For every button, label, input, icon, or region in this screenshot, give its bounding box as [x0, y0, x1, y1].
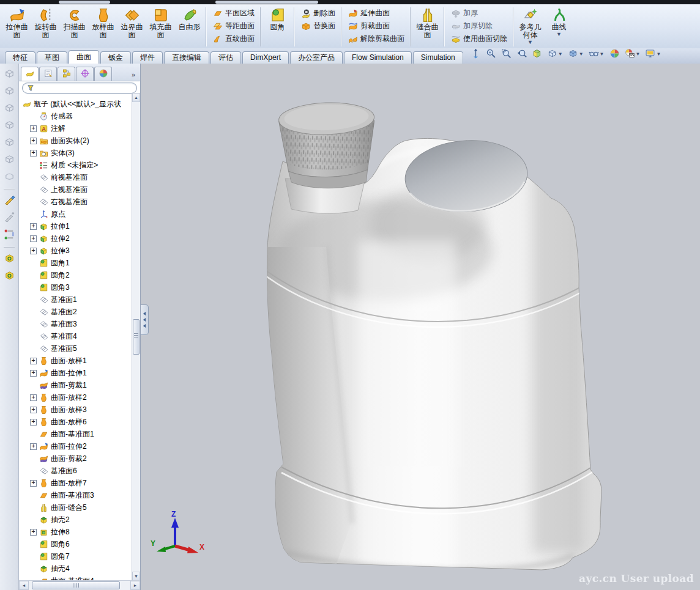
expand-toggle-icon[interactable]: +	[30, 235, 37, 242]
tree-item[interactable]: +曲面-放样6	[20, 416, 140, 428]
tree-horizontal-scrollbar[interactable]: ◄ ►	[19, 580, 140, 590]
dropdown-caret-icon[interactable]: ▼	[527, 40, 533, 45]
toolbar-button-reference-geometry[interactable]: 参考几何体▼	[516, 5, 545, 49]
expand-toggle-icon[interactable]: +	[30, 443, 37, 450]
tree-item[interactable]: +材质 <未指定>	[20, 159, 140, 171]
toolbar-button-replace-face[interactable]: 替换面	[297, 20, 338, 32]
toolbar-button-surface-loft[interactable]: 放样曲面	[89, 5, 117, 49]
expand-toggle-icon[interactable]: +	[30, 480, 37, 487]
tree-item[interactable]: +右视基准面	[20, 196, 140, 208]
tab-曲面[interactable]: 曲面	[69, 50, 99, 64]
tree-item[interactable]: +曲面-拉伸2	[20, 440, 140, 452]
tab-焊件[interactable]: 焊件	[132, 51, 163, 64]
toolbar-button-thicken[interactable]: 加厚	[447, 7, 510, 20]
view-cube-1-button[interactable]	[3, 68, 15, 81]
tree-vertical-scrollbar[interactable]: ▲ ▼	[132, 93, 140, 581]
manager-tab-dimxpert-manager[interactable]	[76, 67, 94, 81]
scroll-up-arrow[interactable]: ▲	[132, 93, 140, 102]
expand-toggle-icon[interactable]: +	[30, 407, 37, 413]
tree-item[interactable]: +曲面-缝合5	[20, 501, 140, 514]
expand-toggle-icon[interactable]: +	[30, 138, 37, 144]
tree-item[interactable]: +曲面-基准面1	[20, 428, 140, 440]
tree-item[interactable]: +传感器	[20, 110, 140, 122]
expand-toggle-icon[interactable]: +	[30, 223, 37, 230]
tree-item[interactable]: +曲面-拉伸1	[20, 367, 140, 379]
tab-Flow Simulation[interactable]: Flow Simulation	[344, 51, 412, 64]
manager-tab-feature-tree[interactable]	[21, 67, 39, 81]
view-cube-2-button[interactable]	[3, 86, 15, 98]
toolbar-button-surface-sweep[interactable]: 扫描曲面	[60, 5, 89, 49]
dropdown-caret-icon[interactable]: ▼	[558, 51, 563, 57]
dropdown-caret-icon[interactable]: ▼	[579, 51, 584, 57]
expand-toggle-icon[interactable]: +	[30, 358, 37, 364]
tree-item[interactable]: +抽壳4	[20, 562, 140, 575]
toolbar-button-freeform[interactable]: 自由形	[175, 5, 204, 49]
scroll-right-arrow[interactable]: ►	[130, 581, 140, 590]
expand-toggle-icon[interactable]: +	[30, 529, 37, 536]
dropdown-caret-icon[interactable]: ▼	[556, 32, 562, 37]
tree-item[interactable]: +曲面-放样1	[20, 355, 140, 367]
expand-toggle-icon[interactable]: +	[30, 150, 37, 157]
toolbar-button-surface-extrude[interactable]: 拉伸曲面	[2, 5, 31, 49]
toolbar-button-surface-boundary[interactable]: 边界曲面	[117, 5, 146, 49]
horizontal-scroll-thumb[interactable]	[32, 581, 120, 589]
tree-item[interactable]: +基准面1	[20, 293, 140, 306]
tree-item[interactable]: +圆角3	[20, 281, 140, 293]
toolbar-button-offset-surface[interactable]: 等距曲面	[209, 20, 258, 32]
vertical-scroll-thumb[interactable]	[133, 319, 140, 355]
expand-toggle-icon[interactable]: +	[30, 248, 37, 254]
panel-splitter-handle[interactable]	[141, 304, 149, 335]
tree-item[interactable]: +圆角6	[20, 538, 140, 550]
tab-Simulation[interactable]: Simulation	[413, 51, 463, 64]
toolbar-button-extend-surface[interactable]: 延伸曲面	[344, 7, 408, 20]
toolbar-button-ruled-surface[interactable]: 直纹曲面	[209, 32, 258, 45]
view-cube-5-button[interactable]	[3, 137, 15, 149]
tree-item[interactable]: +基准面4	[20, 330, 140, 342]
tab-特征[interactable]: 特征	[5, 51, 35, 64]
toolbar-button-untrim-surface[interactable]: 解除剪裁曲面	[344, 32, 408, 45]
dropdown-caret-icon[interactable]: ▼	[636, 51, 641, 57]
tree-item[interactable]: +圆角1	[20, 257, 140, 269]
toolbar-button-surface-revolve[interactable]: 旋转曲面	[31, 5, 60, 49]
tab-办公室产品[interactable]: 办公室产品	[290, 51, 343, 64]
tab-钣金[interactable]: 钣金	[100, 51, 131, 64]
manager-tab-display-manager[interactable]	[94, 67, 112, 81]
toolbar-button-thickened-cut[interactable]: 加厚切除	[447, 20, 510, 32]
tree-item[interactable]: +原点	[20, 208, 140, 220]
toolbar-button-fillet[interactable]: 圆角	[263, 5, 292, 49]
expand-toggle-icon[interactable]: +	[30, 419, 37, 426]
manager-tab-property-manager[interactable]	[39, 67, 57, 81]
view-orientation-button[interactable]: ▼	[547, 48, 563, 61]
tree-item[interactable]: +曲面实体(2)	[20, 135, 140, 147]
display-style-button[interactable]: ▼	[568, 48, 584, 61]
sketch-3d-button[interactable]	[3, 212, 15, 224]
view-cube-4-button[interactable]	[3, 120, 15, 132]
tree-item[interactable]: +基准面5	[20, 342, 140, 355]
scroll-down-arrow[interactable]: ▼	[132, 572, 140, 581]
tree-item[interactable]: +圆角2	[20, 269, 140, 281]
tree-item[interactable]: +上视基准面	[20, 183, 140, 196]
tree-item[interactable]: +拉伸8	[20, 526, 140, 538]
scroll-left-arrow[interactable]: ◄	[19, 581, 29, 590]
tree-item[interactable]: +曲面-剪裁1	[20, 379, 140, 391]
hide-show-items-button[interactable]: ▼	[589, 48, 605, 61]
tree-item[interactable]: +曲面-放样7	[20, 477, 140, 489]
tree-item[interactable]: +拉伸2	[20, 232, 140, 245]
expand-toggle-icon[interactable]: +	[30, 125, 37, 132]
tree-item[interactable]: +实体(3)	[20, 147, 140, 159]
toolbar-button-surface-fill[interactable]: 填充曲面	[146, 5, 175, 49]
tree-item[interactable]: +前视基准面	[20, 171, 140, 183]
zoom-area-button[interactable]	[501, 48, 512, 61]
tree-item[interactable]: +拉伸3	[20, 245, 140, 257]
boss-extrude-b-button[interactable]	[3, 270, 15, 282]
section-view-button[interactable]	[532, 48, 542, 61]
tree-item[interactable]: +基准面6	[20, 465, 140, 477]
toolbar-button-cut-with-surface[interactable]: 使用曲面切除	[447, 32, 510, 45]
boss-extrude-a-button[interactable]	[3, 253, 15, 265]
dropdown-caret-icon[interactable]: ▼	[600, 51, 605, 57]
tab-草图[interactable]: 草图	[37, 51, 67, 64]
toolbar-button-trim-surface[interactable]: 剪裁曲面	[344, 20, 408, 32]
tab-评估[interactable]: 评估	[210, 51, 241, 64]
tree-item[interactable]: +拉伸1	[20, 220, 140, 232]
tree-item[interactable]: +基准面2	[20, 306, 140, 318]
